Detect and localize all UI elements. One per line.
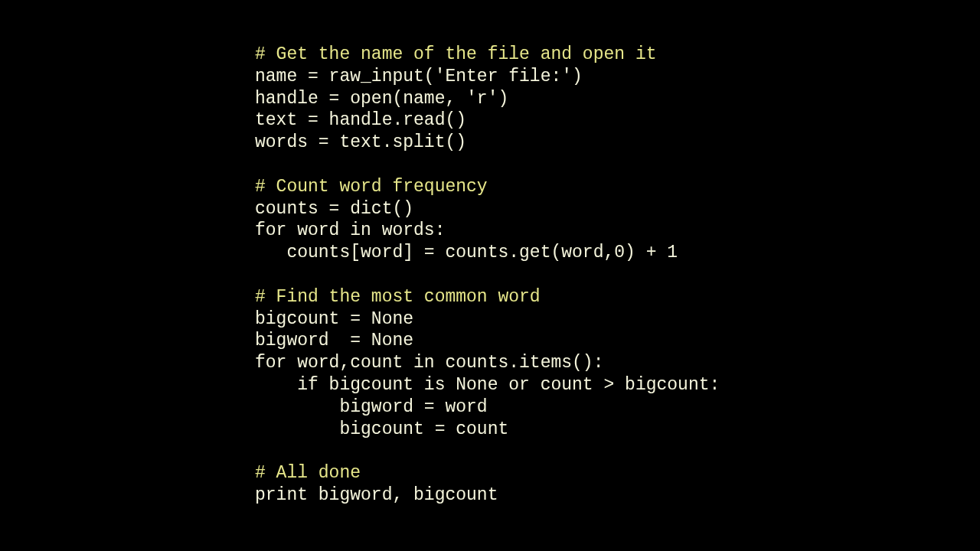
code-line	[255, 440, 980, 462]
code-line: # All done	[255, 462, 980, 484]
code-block: # Get the name of the file and open it n…	[0, 0, 980, 507]
code-line: words = text.split()	[255, 132, 980, 154]
code-line: counts[word] = counts.get(word,0) + 1	[255, 242, 980, 264]
code-line: counts = dict()	[255, 198, 980, 220]
code-line: for word,count in counts.items():	[255, 352, 980, 374]
code-line: name = raw_input('Enter file:')	[255, 66, 980, 88]
code-line	[255, 264, 980, 286]
code-line: # Get the name of the file and open it	[255, 44, 980, 66]
code-line: bigcount = None	[255, 308, 980, 331]
code-line	[255, 154, 980, 176]
code-line: bigword = word	[255, 396, 980, 419]
code-line: print bigword, bigcount	[255, 484, 980, 507]
code-line: handle = open(name, 'r')	[255, 88, 980, 110]
code-line: for word in words:	[255, 220, 980, 242]
code-line: # Count word frequency	[255, 176, 980, 198]
code-line: bigcount = count	[255, 419, 980, 441]
code-line: if bigcount is None or count > bigcount:	[255, 374, 980, 396]
code-line: bigword = None	[255, 330, 980, 352]
code-line: text = handle.read()	[255, 109, 980, 132]
code-line: # Find the most common word	[255, 286, 980, 308]
